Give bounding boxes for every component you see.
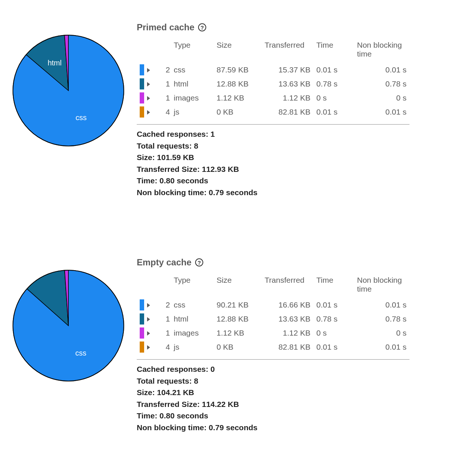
help-icon[interactable]: ? [198, 23, 206, 31]
row-transferred: 16.66 KB [262, 298, 313, 312]
row-nbt: 0 s [354, 91, 409, 105]
table-row: 1 images 1.12 KB 1.12 KB 0 s 0 s [137, 91, 409, 105]
pie-label-css: css [75, 349, 86, 357]
col-nbt: Non blocking time [354, 274, 409, 298]
row-size: 1.12 KB [214, 326, 262, 340]
row-size: 87.59 KB [214, 63, 262, 77]
summary-time: Time: 0.80 seconds [137, 410, 409, 422]
color-swatch [140, 313, 144, 325]
table-row: 1 html 12.88 KB 13.63 KB 0.78 s 0.78 s [137, 312, 409, 326]
color-swatch-cell [137, 63, 147, 77]
row-count: 1 [154, 91, 171, 105]
summary-transferred: Transferred Size: 112.93 KB [137, 163, 409, 175]
col-size: Size [214, 38, 262, 63]
row-type: css [171, 63, 214, 77]
divider [137, 359, 409, 360]
row-size: 90.21 KB [214, 298, 262, 312]
pie-column: css [0, 257, 137, 383]
expand-row-button[interactable] [147, 105, 154, 119]
table-row: 1 html 12.88 KB 13.63 KB 0.78 s 0.78 s [137, 77, 409, 91]
expand-row-button[interactable] [147, 298, 154, 312]
row-nbt: 0.78 s [354, 77, 409, 91]
col-type: Type [171, 38, 214, 63]
row-time: 0.01 s [313, 298, 354, 312]
row-type: html [171, 312, 214, 326]
col-type: Type [171, 274, 214, 298]
summary-cached: Cached responses: 0 [137, 363, 409, 375]
row-transferred: 15.37 KB [262, 63, 313, 77]
row-time: 0.78 s [313, 312, 354, 326]
row-count: 1 [154, 77, 171, 91]
row-transferred: 1.12 KB [262, 326, 313, 340]
row-size: 0 KB [214, 340, 262, 354]
row-type: images [171, 91, 214, 105]
color-swatch [140, 78, 144, 89]
expand-row-button[interactable] [147, 91, 154, 105]
row-time: 0.78 s [313, 77, 354, 91]
color-swatch [140, 106, 144, 118]
col-nbt: Non blocking time [354, 38, 409, 63]
table-row: 1 images 1.12 KB 1.12 KB 0 s 0 s [137, 326, 409, 340]
expand-row-button[interactable] [147, 77, 154, 91]
pie-label-html: html [48, 59, 62, 67]
section-title: Primed cache ? [137, 22, 409, 33]
color-swatch-cell [137, 77, 147, 91]
color-swatch-cell [137, 326, 147, 340]
row-type: js [171, 105, 214, 119]
row-nbt: 0.78 s [354, 312, 409, 326]
content-column: Empty cache ? Type Size Transferred Time… [137, 257, 476, 433]
pie-column: csshtml [0, 22, 137, 148]
row-size: 12.88 KB [214, 312, 262, 326]
summary-total: Total requests: 8 [137, 375, 409, 387]
row-time: 0.01 s [313, 63, 354, 77]
summary-cached: Cached responses: 1 [137, 128, 409, 140]
section-title-text: Empty cache [137, 257, 191, 268]
color-swatch [140, 327, 144, 339]
color-swatch [140, 342, 144, 353]
table-row: 4 js 0 KB 82.81 KB 0.01 s 0.01 s [137, 105, 409, 119]
chevron-right-icon [147, 110, 150, 115]
summary-total: Total requests: 8 [137, 140, 409, 152]
row-type: html [171, 77, 214, 91]
row-time: 0.01 s [313, 340, 354, 354]
row-transferred: 82.81 KB [262, 340, 313, 354]
summary-size: Size: 101.59 KB [137, 152, 409, 163]
cache-section-empty: css Empty cache ? Type Size Transferred … [0, 235, 476, 433]
color-swatch [140, 92, 144, 103]
row-count: 4 [154, 105, 171, 119]
expand-row-button[interactable] [147, 326, 154, 340]
divider [137, 124, 409, 125]
expand-row-button[interactable] [147, 312, 154, 326]
expand-row-button[interactable] [147, 340, 154, 354]
help-icon[interactable]: ? [195, 258, 203, 266]
pie-chart: csshtml [11, 33, 126, 148]
row-size: 0 KB [214, 105, 262, 119]
col-transferred: Transferred [262, 38, 313, 63]
row-type: images [171, 326, 214, 340]
summary-time: Time: 0.80 seconds [137, 175, 409, 187]
row-count: 2 [154, 63, 171, 77]
section-title-text: Primed cache [137, 22, 194, 33]
row-transferred: 13.63 KB [262, 77, 313, 91]
color-swatch-cell [137, 340, 147, 354]
content-column: Primed cache ? Type Size Transferred Tim… [137, 22, 476, 198]
color-swatch-cell [137, 298, 147, 312]
chevron-right-icon [147, 303, 150, 308]
row-count: 1 [154, 326, 171, 340]
expand-row-button[interactable] [147, 63, 154, 77]
table-row: 4 js 0 KB 82.81 KB 0.01 s 0.01 s [137, 340, 409, 354]
row-transferred: 1.12 KB [262, 91, 313, 105]
row-count: 4 [154, 340, 171, 354]
pie-label-css: css [76, 113, 87, 122]
color-swatch [140, 299, 144, 310]
col-time: Time [313, 274, 354, 298]
row-type: css [171, 298, 214, 312]
color-swatch-cell [137, 91, 147, 105]
color-swatch-cell [137, 105, 147, 119]
row-nbt: 0.01 s [354, 63, 409, 77]
table-row: 2 css 90.21 KB 16.66 KB 0.01 s 0.01 s [137, 298, 409, 312]
pie-chart: css [11, 268, 126, 383]
chevron-right-icon [147, 82, 150, 86]
row-nbt: 0.01 s [354, 105, 409, 119]
section-title: Empty cache ? [137, 257, 409, 268]
